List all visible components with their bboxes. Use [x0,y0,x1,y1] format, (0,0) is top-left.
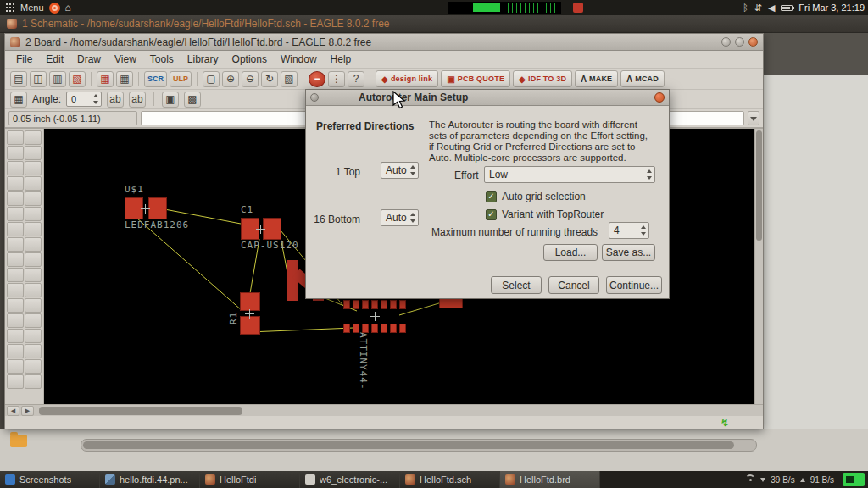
minimize-button[interactable] [721,37,731,47]
menu-file[interactable]: File [10,52,38,67]
scroll-right-icon[interactable]: ▶ [21,406,34,416]
menu-library[interactable]: Library [181,52,225,67]
ripup-icon[interactable] [25,313,42,328]
component-ic[interactable]: ATTINY44- [343,300,406,334]
taskbar-item-w6-electronic-[interactable]: w6_electronic-... [300,471,400,488]
print-icon[interactable]: ▥ [49,71,66,87]
cam-processor-icon[interactable]: ▧ [69,71,86,87]
name-icon[interactable] [25,252,42,267]
battery-icon[interactable] [781,5,793,11]
network-monitor-tray-icon[interactable] [843,473,865,486]
canvas-hscrollbar[interactable]: ◀ ▶ [5,404,763,416]
ulp-badge[interactable]: ULP [170,71,192,87]
spinner-arrows-icon[interactable] [92,92,99,106]
canvas-vscrollbar[interactable] [754,129,763,404]
wifi-icon[interactable] [745,474,755,485]
auto-grid-checkbox[interactable]: ✓ Auto grid selection [486,191,586,202]
zoom-select-icon[interactable]: ▧ [281,71,298,87]
stop-icon[interactable]: − [309,71,326,87]
meander-icon[interactable] [25,298,42,313]
menu-options[interactable]: Options [226,52,273,67]
schematic-window-titlebar[interactable]: 1 Schematic - /home/sudarshank/eagle/Hel… [0,15,868,33]
mcad-button[interactable]: ΛMCAD [620,70,665,87]
spinner-arrows-icon[interactable] [409,211,416,225]
group-icon[interactable] [7,191,24,206]
indicator-red-icon[interactable] [573,3,583,13]
mark-icon[interactable] [25,146,42,160]
home-icon[interactable]: ⌂ [65,2,71,14]
component-cap[interactable]: C1 CAP-US120 [241,204,299,251]
load-button[interactable]: Load... [543,244,598,261]
menu-button[interactable]: Menu [20,3,44,13]
show-icon[interactable] [25,130,42,145]
command-dropdown-icon[interactable] [748,111,760,125]
miter-icon[interactable] [7,283,24,297]
via-icon[interactable] [7,374,24,389]
rotate-icon[interactable] [25,176,42,191]
bottom-direction-select[interactable]: Auto [381,209,419,226]
variant-toprouter-checkbox[interactable]: ✓ Variant with TopRouter [486,208,604,220]
lock-icon[interactable] [7,252,24,267]
cancel-button[interactable]: Cancel [548,276,599,294]
grid-dots-icon[interactable]: ▣ [162,92,179,108]
optimize-icon[interactable] [7,298,24,313]
dialog-titlebar[interactable]: Autorouter Main Setup [306,90,669,106]
maximize-button[interactable] [735,37,744,47]
design-link-button[interactable]: ◆design link [376,70,438,87]
grid-icon[interactable]: ▦ [10,92,27,108]
menu-draw[interactable]: Draw [71,52,107,67]
scrollbar-handle[interactable] [756,130,762,241]
replace-icon[interactable] [25,237,42,252]
component-led[interactable]: U$1 LEDFAB1206 [125,184,189,230]
select-button[interactable]: Select [491,276,542,294]
rect-icon[interactable] [7,359,24,374]
zoom-fit-icon[interactable]: ▢ [203,71,220,87]
menu-edit[interactable]: Edit [40,52,70,67]
component-res[interactable]: R1 [226,292,262,336]
idf-to-3d-button[interactable]: ◈IDF TO 3D [513,70,572,87]
taskbar-item-helloftdi[interactable]: HelloFtdi [200,471,300,488]
menu-view[interactable]: View [108,52,142,67]
redraw-icon[interactable]: ↻ [261,71,278,87]
make-button[interactable]: ΛMAKE [575,70,618,87]
volume-icon[interactable]: ◀ [768,3,775,14]
more-icon[interactable]: ⋮ [328,71,345,87]
menu-tools[interactable]: Tools [144,52,180,67]
taskbar-item-helloftd-sch[interactable]: HelloFtd.sch [400,471,500,488]
system-monitor-graph[interactable] [448,2,561,14]
folder-icon[interactable] [10,435,27,447]
wire-icon[interactable] [7,329,24,343]
save-as-button[interactable]: Save as... [602,244,655,261]
zoom-out-icon[interactable]: ⊖ [242,71,259,87]
pcb-quote-button[interactable]: ▣PCB QUOTE [441,70,510,87]
text-icon[interactable] [25,329,42,343]
display-layers-icon[interactable] [7,146,24,160]
help-icon[interactable]: ? [348,71,364,87]
spinner-arrows-icon[interactable] [639,224,647,237]
angle-select[interactable]: 0 [66,92,102,107]
arc-icon[interactable] [25,344,42,358]
spinner-arrows-icon[interactable] [645,168,653,181]
pinswap-icon[interactable] [7,237,24,252]
scrollbar-handle[interactable] [83,441,734,449]
copy-icon[interactable] [25,161,42,175]
grid-lines-icon[interactable]: ▩ [184,92,201,108]
menu-grid-icon[interactable] [5,3,15,13]
spinner-arrows-icon[interactable] [409,164,416,177]
open-board-icon[interactable]: ▤ [10,71,27,87]
scrollbar-handle[interactable] [39,407,242,415]
bluetooth-icon[interactable]: ᛒ [743,3,748,13]
load-design-icon[interactable]: ▦ [97,71,114,87]
route-icon[interactable] [7,313,24,328]
design-manager-icon[interactable]: ▦ [116,71,133,87]
hole-icon[interactable] [25,374,42,389]
circle-icon[interactable] [7,344,24,358]
info-icon[interactable] [7,130,24,145]
menu-help[interactable]: Help [325,52,358,67]
dialog-menu-icon[interactable] [310,93,319,102]
scroll-left-icon[interactable]: ◀ [7,406,19,416]
ubuntu-logo-icon[interactable] [49,3,60,14]
change-icon[interactable] [25,191,42,206]
paste-icon[interactable] [25,207,42,221]
mirror-text-icon[interactable]: ab [107,92,124,108]
